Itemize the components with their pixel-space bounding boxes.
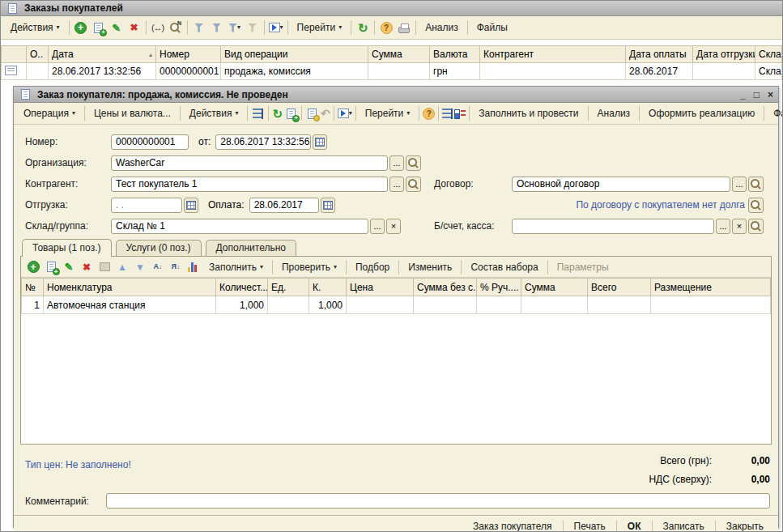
debt-open-button[interactable] [748, 198, 764, 213]
col-price[interactable]: Цена [347, 279, 414, 296]
interval-button[interactable]: (↔) [149, 19, 167, 36]
item-sum-wo-cell[interactable] [414, 296, 477, 314]
print-menu-button[interactable]: Печать [566, 518, 614, 532]
end-edit-button[interactable] [96, 258, 113, 276]
close-icon[interactable]: × [768, 90, 773, 100]
col-placement[interactable]: Размещение [651, 279, 771, 296]
dialog-help-button[interactable]: ? [422, 104, 436, 122]
col-warehouse[interactable]: Скла... [755, 46, 782, 63]
contract-select-button[interactable]: ... [732, 177, 747, 192]
item-placement-cell[interactable] [651, 296, 771, 314]
item-unit-cell[interactable]: шт [268, 296, 309, 314]
item-num-cell[interactable]: 1 [22, 296, 44, 314]
item-name-cell[interactable]: Автомоечная станция [44, 296, 216, 314]
operation-menu-button[interactable]: Операция▾ [17, 105, 82, 121]
item-k-cell[interactable]: 1,000 [309, 296, 347, 314]
payment-calendar-button[interactable] [321, 198, 335, 213]
find-button[interactable]: N [167, 19, 185, 36]
filter-button[interactable] [190, 19, 208, 36]
col-num[interactable]: № [22, 279, 44, 296]
analysis-button[interactable]: Анализ [419, 19, 465, 36]
col-operation[interactable]: Вид операции [221, 46, 368, 63]
debt-link[interactable]: По договору с покупателем нет долга [576, 199, 745, 211]
item-price-cell[interactable] [347, 296, 414, 314]
filter-history-button[interactable]: ▾ [226, 19, 244, 36]
order-counterparty-cell[interactable]: Тест покупатель 1 [480, 63, 626, 80]
files-button[interactable]: Файлы [470, 19, 514, 36]
col-total[interactable]: Всего [588, 279, 651, 296]
help-button[interactable]: ? [377, 19, 395, 36]
move-up-button[interactable]: ▲ [113, 258, 131, 276]
add-button[interactable]: + [72, 19, 90, 36]
sort-asc-button[interactable]: А↓ [149, 258, 167, 276]
order-number-cell[interactable]: 00000000001 [156, 63, 221, 80]
set-content-button[interactable]: Состав набора [464, 259, 544, 275]
copy-button[interactable]: + [90, 19, 108, 36]
number-input[interactable]: 00000000001 [111, 134, 189, 150]
col-currency[interactable]: Валюта [430, 46, 480, 63]
col-pct[interactable]: % Руч.... [477, 279, 521, 296]
counterparty-open-button[interactable] [406, 177, 421, 192]
col-counterparty[interactable]: Контрагент [480, 46, 626, 63]
clear-filter-button[interactable] [244, 19, 262, 36]
order-menu-button[interactable]: Заказ покупателя [465, 518, 560, 532]
dialog-actions-menu-button[interactable]: Действия▾ [183, 105, 245, 121]
output-list-button[interactable]: ▾ [267, 19, 285, 36]
account-open-button[interactable] [748, 219, 764, 234]
order-row-icon-cell[interactable] [2, 63, 27, 80]
create-sale-button[interactable]: Оформить реализацию [642, 105, 761, 121]
date-input[interactable]: 28.06.2017 13:32:56 [215, 134, 311, 150]
account-select-button[interactable]: ... [716, 219, 730, 234]
fill-prices-button[interactable] [304, 104, 320, 122]
dialog-go-menu-button[interactable]: Перейти▾ [359, 105, 417, 121]
chart-button[interactable] [185, 258, 202, 276]
dialog-analysis-button[interactable]: Анализ [591, 105, 637, 121]
order-status-cell[interactable] [27, 63, 49, 80]
col-status[interactable]: О.. [27, 46, 49, 63]
account-input[interactable] [512, 219, 714, 234]
close-button[interactable]: Закрыть [718, 518, 772, 532]
pick-button[interactable]: Подбор [349, 259, 396, 275]
col-sum-wo[interactable]: Сумма без с... [414, 279, 477, 296]
row-edit-button[interactable]: ✎ [60, 258, 78, 276]
item-total-cell[interactable] [588, 296, 651, 314]
order-currency-cell[interactable]: грн [430, 63, 480, 80]
warehouse-select-button[interactable]: ... [370, 219, 385, 234]
edit-button[interactable]: ✎ [108, 19, 126, 36]
col-number[interactable]: Номер [156, 46, 221, 63]
posting-settings-button[interactable] [453, 104, 466, 122]
fill-menu-button[interactable]: Заполнить▾ [202, 259, 270, 275]
organization-open-button[interactable] [406, 155, 421, 171]
order-ship-date-cell[interactable] [693, 63, 755, 80]
col-item[interactable]: Номенклатура [44, 279, 216, 296]
col-pay-date[interactable]: Дата оплаты [626, 46, 693, 63]
row-add-button[interactable]: + [24, 258, 42, 276]
actions-menu-button[interactable]: Действия ▾ [4, 19, 66, 36]
reread-button[interactable]: ↻ [271, 104, 283, 122]
shipment-date-input[interactable]: . . [111, 198, 182, 213]
move-down-button[interactable]: ▼ [131, 258, 149, 276]
output-button[interactable]: ▾ [337, 104, 353, 122]
organization-select-button[interactable]: ... [389, 155, 404, 171]
item-qty-cell[interactable]: 1,000 [216, 296, 268, 314]
counterparty-select-button[interactable]: ... [389, 177, 404, 192]
tab-extra[interactable]: Дополнительно [206, 240, 296, 256]
post-document-button[interactable] [250, 104, 266, 122]
col-sum2[interactable]: Сумма [521, 279, 588, 296]
ok-button[interactable]: ОК [619, 518, 649, 532]
counterparty-input[interactable]: Тест покупатель 1 [111, 177, 388, 192]
col-date[interactable]: Дата▴ [49, 46, 156, 63]
save-button[interactable]: Записать [655, 518, 713, 532]
order-pay-date-cell[interactable]: 28.06.2017 [626, 63, 693, 80]
tab-services[interactable]: Услуги (0 поз.) [116, 240, 202, 256]
col-ship-date[interactable]: Дата отгрузки [693, 46, 755, 63]
warehouse-clear-button[interactable]: × [386, 219, 401, 234]
delete-button[interactable]: ✖ [126, 19, 143, 36]
row-copy-button[interactable]: + [42, 258, 60, 276]
minimize-icon[interactable]: _ [740, 90, 746, 100]
print-button[interactable] [395, 19, 413, 36]
col-sum[interactable]: Сумма [368, 46, 430, 63]
col-k[interactable]: К. [309, 279, 347, 296]
parameters-button[interactable]: Параметры [551, 259, 615, 275]
col-qty[interactable]: Количест... [216, 279, 268, 296]
